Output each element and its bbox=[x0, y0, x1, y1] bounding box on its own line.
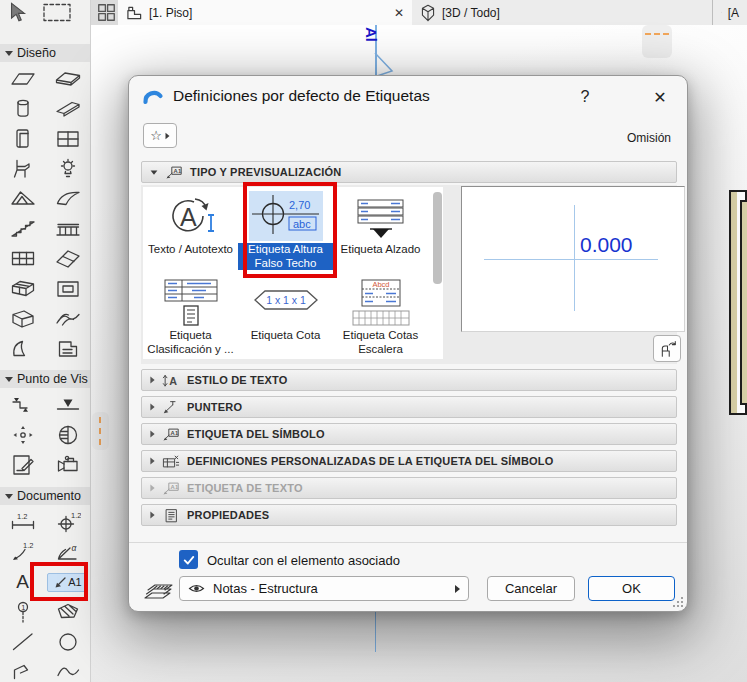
section-marker-icon bbox=[10, 393, 36, 417]
section-estilo-de-texto[interactable]: A ESTILO DE TEXTO bbox=[141, 369, 677, 391]
skylight-tool[interactable] bbox=[45, 244, 90, 274]
archicad-window: Al [1. Piso] ✕ bbox=[0, 0, 747, 682]
window-icon bbox=[55, 127, 81, 151]
tab-floor-plan[interactable]: [1. Piso] ✕ bbox=[118, 0, 412, 25]
door-tool[interactable] bbox=[0, 124, 45, 154]
elevation-tool[interactable] bbox=[45, 390, 90, 420]
tab-partial[interactable]: [A bbox=[713, 0, 747, 25]
radial-dimension-icon: 1.2 bbox=[10, 540, 36, 564]
collapsed-arrow-icon bbox=[150, 458, 154, 465]
label-type-name: Etiqueta Cotas Escalera bbox=[335, 329, 427, 356]
lamp-tool[interactable] bbox=[45, 154, 90, 184]
svg-text:α: α bbox=[71, 543, 77, 553]
tab-3d-label: [3D / Todo] bbox=[442, 6, 500, 20]
beam-tool[interactable] bbox=[45, 94, 90, 124]
line-tool[interactable] bbox=[0, 627, 45, 657]
close-dialog-button[interactable]: ✕ bbox=[647, 84, 673, 110]
help-button[interactable]: ? bbox=[573, 85, 597, 109]
tab-3d[interactable]: [3D / Todo] bbox=[412, 0, 713, 25]
circle-tool[interactable] bbox=[45, 627, 90, 657]
toolbox-section-viewpoint[interactable]: Punto de Vis bbox=[0, 370, 90, 388]
chair-icon bbox=[10, 157, 36, 181]
section-label: Diseño bbox=[17, 46, 56, 60]
hide-with-element-checkbox[interactable] bbox=[179, 550, 198, 569]
worksheet-icon bbox=[10, 453, 36, 477]
shell-tool[interactable] bbox=[45, 184, 90, 214]
ok-button[interactable]: OK bbox=[588, 576, 675, 601]
label-type-name: Etiqueta Clasificación y ... bbox=[145, 329, 237, 356]
toolbox-section-document[interactable]: Documento bbox=[0, 487, 90, 505]
label-type-clasificacion[interactable]: Etiqueta Clasificación y ... bbox=[143, 273, 238, 359]
tab-close-icon[interactable]: ✕ bbox=[394, 6, 404, 20]
roof-tool[interactable] bbox=[0, 184, 45, 214]
layer-selector[interactable]: Notas - Estructura bbox=[179, 576, 469, 601]
dialog-titlebar[interactable]: Definiciones por defecto de Etiquetas ? … bbox=[129, 76, 687, 116]
mesh-tool[interactable] bbox=[0, 274, 45, 304]
select-tool[interactable] bbox=[6, 1, 30, 24]
collapsed-arrow-icon bbox=[150, 512, 154, 519]
railing-icon bbox=[55, 217, 81, 241]
section-title: DEFINICIONES PERSONALIZADAS DE LA ETIQUE… bbox=[187, 455, 554, 467]
curtain-wall-tool[interactable] bbox=[0, 244, 45, 274]
label-type-alzado[interactable]: Etiqueta Alzado bbox=[333, 187, 428, 273]
dimension-tool[interactable]: 1.2 bbox=[0, 507, 45, 537]
section-definiciones-personalizadas[interactable]: DEFINICIONES PERSONALIZADAS DE LA ETIQUE… bbox=[141, 450, 677, 472]
opening-tool[interactable] bbox=[45, 274, 90, 304]
text-tool-glyph: A bbox=[16, 571, 29, 593]
preview-mode-button[interactable] bbox=[653, 335, 681, 362]
type-preview-section-header[interactable]: A1 TIPO Y PREVISUALIZACIÓN bbox=[141, 161, 677, 183]
interior-elevation-tool[interactable] bbox=[0, 420, 45, 450]
dashed-line-chip-left bbox=[92, 412, 109, 450]
tab-floor-plan-label: [1. Piso] bbox=[149, 6, 192, 20]
label-type-cota[interactable]: 1 x 1 x 1 Etiqueta Cota bbox=[238, 273, 333, 359]
section-label: Documento bbox=[17, 489, 81, 503]
object-tool[interactable] bbox=[0, 154, 45, 184]
marquee-tool[interactable] bbox=[42, 2, 72, 23]
column-tool[interactable] bbox=[0, 94, 45, 124]
section-etiqueta-del-simbolo[interactable]: A1 ETIQUETA DEL SÍMBOLO bbox=[141, 423, 677, 445]
circled-marker-icon: 1 bbox=[10, 600, 36, 624]
expanded-arrow-icon bbox=[151, 170, 158, 174]
zone-stamp-icon bbox=[55, 337, 81, 361]
worksheet-tool[interactable] bbox=[0, 450, 45, 480]
railing-tool[interactable] bbox=[45, 214, 90, 244]
resize-grip[interactable] bbox=[672, 596, 684, 608]
curtain-wall-icon bbox=[10, 247, 36, 271]
wall-tool[interactable] bbox=[0, 64, 45, 94]
section-puntero[interactable]: PUNTERO bbox=[141, 396, 677, 418]
slab-tool[interactable] bbox=[45, 64, 90, 94]
quad-view-button[interactable] bbox=[93, 0, 119, 25]
zone-tool[interactable] bbox=[45, 334, 90, 364]
toolbox-section-design[interactable]: Diseño bbox=[0, 44, 90, 62]
morph-tool[interactable] bbox=[0, 304, 45, 334]
polyline-tool[interactable] bbox=[0, 657, 45, 682]
section-propiedades[interactable]: PROPIEDADES bbox=[141, 504, 677, 526]
label-type-icon: A1 bbox=[165, 165, 183, 180]
text-style-icon: A bbox=[162, 373, 180, 388]
stair-tool[interactable] bbox=[0, 214, 45, 244]
collapsed-arrow-icon bbox=[150, 377, 154, 384]
cancel-button[interactable]: Cancelar bbox=[487, 576, 575, 601]
collapse-arrow-icon bbox=[5, 494, 13, 499]
fill-tool[interactable] bbox=[45, 597, 90, 627]
spline-tool[interactable] bbox=[45, 657, 90, 682]
favorites-button[interactable]: ☆ bbox=[143, 123, 177, 148]
3d-document-tool[interactable] bbox=[45, 420, 90, 450]
stair-dimensions-label-icon: Abcd bbox=[352, 279, 410, 327]
interior-elevation-icon bbox=[10, 423, 36, 447]
label-type-texto-autotexto[interactable]: A Texto / Autotexto bbox=[143, 187, 238, 273]
freeform-shell-tool[interactable] bbox=[0, 334, 45, 364]
marker-tool[interactable]: 1 bbox=[0, 597, 45, 627]
section-tool[interactable] bbox=[0, 390, 45, 420]
roof-icon bbox=[10, 187, 36, 211]
polyline-icon bbox=[10, 660, 36, 682]
annotation-box-label-tool bbox=[30, 562, 88, 601]
window-tool[interactable] bbox=[45, 124, 90, 154]
svg-text:A: A bbox=[169, 375, 177, 387]
label-type-cotas-escalera[interactable]: Abcd Etiqueta Cotas Escalera bbox=[333, 273, 428, 359]
surface-tool[interactable] bbox=[45, 304, 90, 334]
dashed-line-chip-top bbox=[642, 25, 672, 58]
level-dimension-tool[interactable]: 1.2 bbox=[45, 507, 90, 537]
scrollbar-thumb[interactable] bbox=[433, 192, 442, 284]
camera-tool[interactable] bbox=[45, 450, 90, 480]
